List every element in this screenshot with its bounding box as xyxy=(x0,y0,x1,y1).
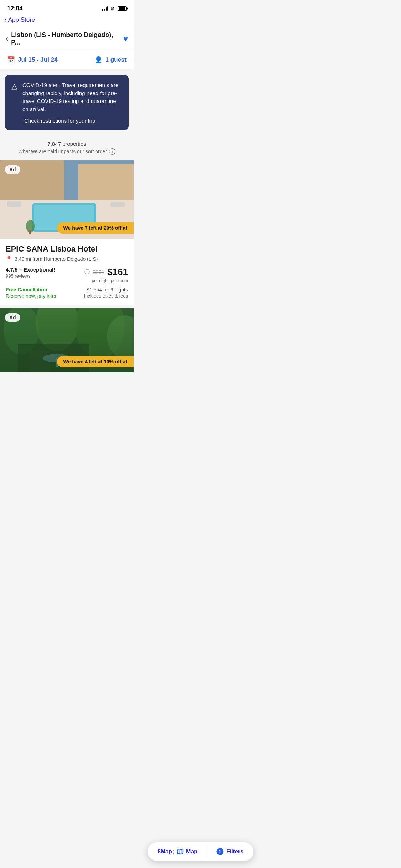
hotel-info-1: EPIC SANA Lisboa Hotel 📍 3.49 mi from Hu… xyxy=(0,239,134,305)
total-amount-text: $1,554 for 9 nights xyxy=(87,287,128,293)
rating-text-1: 4.7/5 – Exceptional! xyxy=(6,267,55,273)
svg-rect-6 xyxy=(7,201,21,207)
svg-rect-7 xyxy=(110,202,125,207)
app-store-back-nav[interactable]: ‹ App Store xyxy=(0,14,134,27)
header-left: ‹ Lisbon (LIS - Humberto Delgado), P... xyxy=(6,31,123,46)
guest-section[interactable]: 👤 1 guest xyxy=(94,56,127,64)
status-bar: 12:04 ⊛ xyxy=(0,0,134,14)
price-section-1: ⓘ $201 $161 per night, per room xyxy=(84,267,128,283)
hotel-card-1[interactable]: Ad We have 7 left at 20% off at EPIC SAN… xyxy=(0,160,134,305)
person-icon: 👤 xyxy=(94,56,102,64)
status-icons: ⊛ xyxy=(102,6,127,11)
covid-alert-text: COVID-19 alert: Travel requirements are … xyxy=(22,81,122,113)
location-pin-icon: 📍 xyxy=(6,256,12,262)
price-info-icon[interactable]: ⓘ xyxy=(84,269,90,275)
taxes-text: Includes taxes & fees xyxy=(84,293,128,299)
current-price-1: $161 xyxy=(107,267,128,278)
cancellation-row-1: Free Cancellation Reserve now, pay later… xyxy=(6,287,128,299)
date-range-text: Jul 15 - Jul 24 xyxy=(18,56,58,63)
rating-section-1: 4.7/5 – Exceptional! 995 reviews xyxy=(6,267,55,279)
discount-badge-2: We have 4 left at 10% off at xyxy=(57,356,134,367)
hotel-image-1: Ad We have 7 left at 20% off at xyxy=(0,160,134,239)
cancellation-text-1: Free Cancellation Reserve now, pay later xyxy=(6,287,56,299)
page-header: ‹ Lisbon (LIS - Humberto Delgado), P... … xyxy=(0,27,134,51)
hotel-distance-1: 📍 3.49 mi from Humberto Delgado (LIS) xyxy=(6,256,128,262)
sort-note-text: What we are paid impacts our sort order xyxy=(18,149,107,154)
check-restrictions-link[interactable]: Check restrictions for your trip. xyxy=(24,118,122,124)
free-cancellation-label: Free Cancellation xyxy=(6,287,56,293)
sort-info: What we are paid impacts our sort order … xyxy=(6,148,128,155)
status-time: 12:04 xyxy=(7,5,22,12)
page-title: Lisbon (LIS - Humberto Delgado), P... xyxy=(11,31,123,46)
reviews-text-1: 995 reviews xyxy=(6,273,55,279)
properties-count-text: 7,847 properties xyxy=(6,141,128,147)
reserve-later-label: Reserve now, pay later xyxy=(6,293,56,299)
wifi-icon: ⊛ xyxy=(110,6,115,11)
total-price-1: $1,554 for 9 nights Includes taxes & fee… xyxy=(84,287,128,299)
svg-rect-9 xyxy=(29,230,31,234)
ad-badge-1: Ad xyxy=(5,165,20,174)
info-icon[interactable]: i xyxy=(109,148,115,155)
hotel-card-2[interactable]: Ad We have 4 left at 10% off at xyxy=(0,308,134,372)
properties-info: 7,847 properties What we are paid impact… xyxy=(0,136,134,157)
guest-count-text: 1 guest xyxy=(105,56,127,63)
back-arrow-button[interactable]: ‹ xyxy=(6,34,8,43)
signal-icon xyxy=(102,6,108,11)
covid-alert-content: △ COVID-19 alert: Travel requirements ar… xyxy=(11,81,122,113)
favorite-heart-icon[interactable]: ♥ xyxy=(123,34,128,43)
ad-badge-2: Ad xyxy=(5,313,20,322)
hotel-name-1: EPIC SANA Lisboa Hotel xyxy=(6,244,128,254)
back-chevron-icon: ‹ xyxy=(4,16,7,24)
hotel-bottom-1: 4.7/5 – Exceptional! 995 reviews ⓘ $201 … xyxy=(6,267,128,283)
discount-badge-1: We have 7 left at 20% off at xyxy=(57,222,134,234)
battery-icon xyxy=(118,6,127,11)
hotel-image-2: Ad We have 4 left at 10% off at xyxy=(0,308,134,372)
calendar-icon: 📅 xyxy=(7,56,15,64)
app-store-label: App Store xyxy=(8,16,35,24)
date-section[interactable]: 📅 Jul 15 - Jul 24 xyxy=(7,56,58,64)
per-night-text-1: per night, per room xyxy=(92,278,128,283)
covid-alert-banner: △ COVID-19 alert: Travel requirements ar… xyxy=(5,75,129,130)
distance-text-1: 3.49 mi from Humberto Delgado (LIS) xyxy=(15,256,98,262)
warning-triangle-icon: △ xyxy=(11,82,17,91)
date-guest-bar[interactable]: 📅 Jul 15 - Jul 24 👤 1 guest xyxy=(0,51,134,69)
price-top-1: ⓘ $201 $161 xyxy=(84,267,128,278)
original-price-1: $201 xyxy=(93,269,104,275)
